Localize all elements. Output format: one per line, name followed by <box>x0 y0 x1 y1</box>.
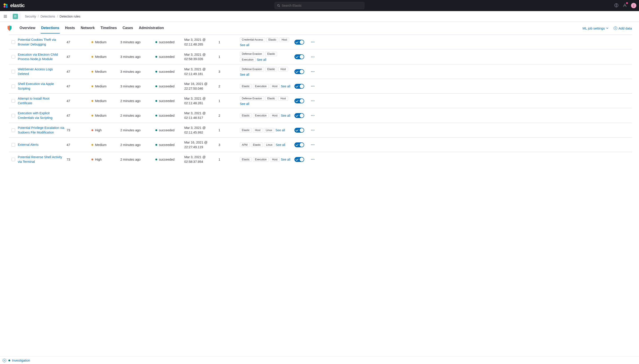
enable-toggle[interactable] <box>294 98 304 103</box>
nav-tab-timelines[interactable]: Timelines <box>100 23 117 34</box>
severity: Medium <box>92 84 120 88</box>
updated: Mar 3, 2021 @ 02:11:45.992 <box>184 126 218 135</box>
see-all-link[interactable]: See all <box>281 84 290 88</box>
compass-icon[interactable] <box>614 3 618 8</box>
enable-toggle[interactable] <box>294 40 304 44</box>
nav-tab-network[interactable]: Network <box>80 23 95 34</box>
security-shield-icon <box>7 25 12 31</box>
row-actions-menu[interactable] <box>311 144 314 145</box>
status-dot <box>155 158 157 160</box>
severity-dot <box>92 100 93 102</box>
see-all-link[interactable]: See all <box>240 73 249 76</box>
rule-name-link[interactable]: Potential Cookies Theft via Browser Debu… <box>18 38 56 46</box>
row-actions-menu[interactable] <box>311 115 314 116</box>
rule-name-link[interactable]: Potential Reverse Shell Activity via Ter… <box>18 155 62 163</box>
risk-score: 47 <box>67 143 92 146</box>
elastic-logo-text: elastic <box>10 3 25 8</box>
see-all-link[interactable]: See all <box>281 114 290 117</box>
nav-tab-detections[interactable]: Detections <box>41 23 60 34</box>
see-all-link[interactable]: See all <box>281 158 290 161</box>
search-input[interactable] <box>282 4 362 7</box>
row-checkbox[interactable] <box>12 84 15 88</box>
rule-name-link[interactable]: Attempt to Install Root Certificate <box>18 97 50 105</box>
space-badge[interactable]: D <box>13 14 18 19</box>
rule-name-link[interactable]: Shell Execution via Apple Scripting <box>18 82 54 90</box>
enable-toggle[interactable] <box>294 128 304 133</box>
row-actions-menu[interactable] <box>311 159 314 160</box>
row-checkbox[interactable] <box>12 55 15 58</box>
severity: Medium <box>92 143 120 146</box>
status-dot <box>155 86 157 87</box>
rule-name-link[interactable]: External Alerts <box>18 143 39 146</box>
chevron-down-icon <box>606 28 608 29</box>
see-all-link[interactable]: See all <box>240 102 249 106</box>
svg-point-3 <box>6 6 8 8</box>
elastic-logo[interactable]: elastic <box>3 3 25 8</box>
breadcrumb-link[interactable]: Detections <box>41 15 55 18</box>
risk-score: 47 <box>67 70 92 74</box>
add-data-button[interactable]: + Add data <box>614 26 632 30</box>
last-run: 2 minutes ago <box>120 158 155 161</box>
row-checkbox[interactable] <box>12 143 15 146</box>
version: 3 <box>218 70 240 74</box>
row-actions-menu[interactable] <box>311 42 314 42</box>
enable-toggle[interactable] <box>294 84 304 89</box>
nav-tab-cases[interactable]: Cases <box>122 23 133 34</box>
severity: Medium <box>92 40 120 44</box>
see-all-link[interactable]: See all <box>240 43 249 47</box>
enable-toggle[interactable] <box>294 54 304 59</box>
breadcrumb-link[interactable]: Security <box>25 15 36 18</box>
rule-name-link[interactable]: WebServer Access Logs Deleted <box>18 68 53 76</box>
enable-toggle[interactable] <box>294 69 304 74</box>
ml-job-settings[interactable]: ML job settings <box>583 26 608 30</box>
updated: Mar 3, 2021 @ 02:11:48.261 <box>184 96 218 105</box>
avatar[interactable]: j <box>631 3 636 8</box>
hamburger-menu[interactable] <box>2 13 9 20</box>
nav-tabs: OverviewDetectionsHostsNetworkTimelinesC… <box>7 22 632 34</box>
see-all-link[interactable]: See all <box>276 143 285 146</box>
row-checkbox[interactable] <box>12 128 15 132</box>
status-dot <box>155 115 157 116</box>
see-all-link[interactable]: See all <box>257 58 266 62</box>
row-actions-menu[interactable] <box>311 130 314 130</box>
rule-name-link[interactable]: Potential Privilege Escalation via Sudoe… <box>18 126 64 134</box>
breadcrumb-sep: / <box>38 15 39 18</box>
search-box[interactable] <box>275 2 364 9</box>
row-checkbox[interactable] <box>12 114 15 117</box>
see-all-link[interactable]: See all <box>275 128 285 132</box>
table-row: WebServer Access Logs Deleted47Medium3 m… <box>9 64 632 79</box>
enable-toggle[interactable] <box>294 142 304 147</box>
response: succeeded <box>155 158 184 161</box>
tag: APM <box>240 143 249 147</box>
row-checkbox[interactable] <box>12 40 15 44</box>
newsfeed-icon[interactable] <box>622 3 627 8</box>
last-run: 2 minutes ago <box>120 99 155 103</box>
updated: Mar 3, 2021 @ 02:11:48.265 <box>184 38 218 46</box>
nav-tab-administration[interactable]: Administration <box>138 23 164 34</box>
severity-dot <box>92 41 93 43</box>
row-actions-menu[interactable] <box>311 86 314 86</box>
table-row: Execution with Explicit Credentials via … <box>9 108 632 123</box>
response: succeeded <box>155 40 184 44</box>
header-right: j <box>614 3 636 8</box>
tag: Execution <box>253 84 269 88</box>
nav-tab-overview[interactable]: Overview <box>19 23 36 34</box>
row-actions-menu[interactable] <box>311 56 314 57</box>
enable-toggle[interactable] <box>294 113 304 118</box>
row-checkbox[interactable] <box>12 158 15 161</box>
enable-toggle[interactable] <box>294 157 304 162</box>
last-run: 3 minutes ago <box>120 40 155 44</box>
severity: High <box>92 158 120 161</box>
breadcrumb-current: Detection rules <box>60 15 80 18</box>
severity: Medium <box>92 70 120 74</box>
row-checkbox[interactable] <box>12 99 15 103</box>
row-actions-menu[interactable] <box>311 100 314 101</box>
nav-tab-hosts[interactable]: Hosts <box>65 23 75 34</box>
rule-name-link[interactable]: Execution via Electron Child Process Nod… <box>18 53 58 61</box>
tag: Execution <box>253 157 269 162</box>
row-checkbox[interactable] <box>12 70 15 74</box>
risk-score: 47 <box>67 114 92 117</box>
tags: ElasticHostLinuxSee all <box>240 128 290 132</box>
rule-name-link[interactable]: Execution with Explicit Credentials via … <box>18 111 52 119</box>
row-actions-menu[interactable] <box>311 71 314 72</box>
